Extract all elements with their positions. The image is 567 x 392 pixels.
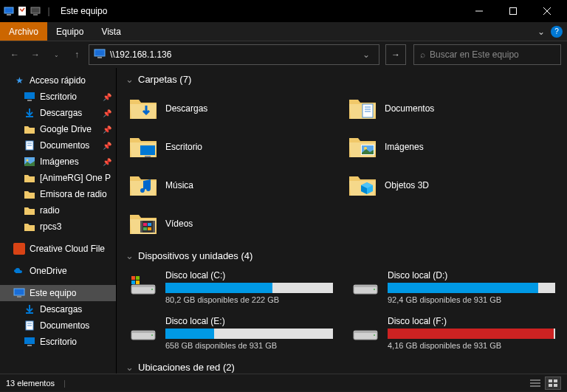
folder-item[interactable]: Escritorio [126,129,339,165]
svg-rect-6 [510,8,517,15]
sidebar-item[interactable]: Descargas 📌 [0,105,116,121]
address-bar[interactable]: ⌄ [89,44,379,65]
minimize-button[interactable] [462,0,496,22]
svg-rect-42 [143,227,147,230]
drive-status: 80,2 GB disponibles de 222 GB [165,295,333,304]
menu-vista[interactable]: Vista [92,22,129,41]
sidebar-item[interactable]: Descargas [0,301,116,317]
sidebar-item[interactable]: Escritorio [0,334,116,350]
folder-item[interactable]: Vídeos [126,206,339,241]
chevron-down-icon: ⌄ [126,74,134,85]
sidebar-this-pc[interactable]: Este equipo [0,285,116,301]
details-view-button[interactable] [527,376,543,390]
drive-usage-bar [388,329,555,339]
network-section-header[interactable]: ⌄ Ubicaciones de red (2) [126,362,558,373]
svg-rect-65 [549,384,552,387]
maximize-button[interactable] [496,0,530,22]
sidebar[interactable]: ★ Acceso rápido Escritorio 📌 Descargas 📌… [0,68,117,374]
sidebar-item[interactable]: Escritorio 📌 [0,89,116,105]
sidebar-item[interactable]: Imágenes 📌 [0,154,116,170]
folder-item[interactable]: Música [126,168,339,203]
sidebar-item[interactable]: Documentos [0,317,116,334]
sidebar-onedrive[interactable]: OneDrive [0,263,116,279]
svg-rect-27 [27,345,32,346]
svg-rect-47 [131,276,135,280]
folder-item[interactable]: Objetos 3D [345,168,558,203]
drive-icon [351,316,380,345]
downloads-folder-icon [128,94,158,123]
computer-icon [13,287,25,299]
folders-section-header[interactable]: ⌄ Carpetas (7) [126,74,558,85]
search-input[interactable] [430,49,554,60]
quick-access-toolbar: | [3,5,55,17]
sidebar-item[interactable]: rpcs3 [0,219,116,235]
svg-rect-64 [554,379,557,382]
svg-rect-43 [148,227,151,230]
address-dropdown-icon[interactable]: ⌄ [358,49,374,60]
svg-rect-21 [17,296,21,298]
help-icon[interactable]: ? [551,26,563,38]
svg-point-18 [27,159,29,162]
sidebar-item[interactable]: Documentos 📌 [0,137,116,154]
divider-icon: | [43,5,55,17]
svg-rect-11 [24,92,35,99]
drive-item[interactable]: Disco local (E:) 658 GB disponibles de 9… [126,313,336,353]
folder-item[interactable]: Imágenes [345,129,558,165]
svg-rect-45 [131,285,155,287]
sidebar-quick-access[interactable]: ★ Acceso rápido [0,72,116,89]
folder-icon [24,123,35,135]
sidebar-item[interactable]: [AnimeRG] One P [0,170,116,186]
drives-section-header[interactable]: ⌄ Dispositivos y unidades (4) [126,250,558,261]
close-button[interactable] [530,0,564,22]
properties-icon[interactable] [16,5,28,17]
drive-name: Disco local (F:) [388,316,555,326]
folder-icon [24,204,35,216]
pin-icon: 📌 [103,109,111,117]
drive-item[interactable]: Disco local (C:) 80,2 GB disponibles de … [126,267,336,307]
menu-equipo[interactable]: Equipo [47,22,92,41]
folder-item[interactable]: Descargas [126,91,339,126]
recent-dropdown[interactable]: ⌄ [47,46,65,63]
videos-folder-icon [128,209,158,238]
menubar: Archivo Equipo Vista ⌄ ? [0,22,567,41]
chevron-down-icon: ⌄ [126,250,134,261]
divider: | [63,379,66,388]
address-input[interactable] [110,49,354,60]
go-button[interactable]: → [385,44,406,65]
up-button[interactable]: ↑ [68,46,86,63]
folder-item[interactable]: Documentos [345,91,558,126]
sidebar-item[interactable]: radio [0,202,116,219]
search-bar[interactable]: ⌕ [413,44,561,65]
svg-rect-55 [131,331,155,333]
navbar: ← → ⌄ ↑ ⌄ → ⌕ [0,41,567,68]
pin-icon: 📌 [103,125,111,134]
music-folder-icon [128,171,158,200]
star-icon: ★ [13,75,25,86]
drive-name: Disco local (E:) [165,316,333,326]
menu-archivo[interactable]: Archivo [0,22,47,41]
svg-point-59 [374,334,375,336]
drive-item[interactable]: Disco local (F:) 4,16 GB disponibles de … [348,313,558,353]
drive-item[interactable]: Disco local (D:) 92,4 GB disponibles de … [348,267,558,307]
chevron-down-icon[interactable]: ⌄ [537,27,545,37]
drive-usage-bar [165,329,333,339]
forward-button[interactable]: → [27,46,44,63]
svg-rect-10 [97,57,102,58]
pin-icon: 📌 [103,158,111,166]
svg-rect-58 [354,331,377,333]
back-button[interactable]: ← [6,46,24,63]
svg-rect-39 [153,221,155,233]
main-panel[interactable]: ⌄ Carpetas (7) Descargas Documentos Escr… [117,68,567,374]
tiles-view-button[interactable] [545,376,561,390]
svg-rect-28 [362,104,373,117]
sidebar-item[interactable]: Google Drive 📌 [0,121,116,137]
computer-icon[interactable] [3,5,15,17]
svg-rect-32 [140,145,155,155]
downloads-icon [24,303,35,315]
sidebar-creative-cloud[interactable]: Creative Cloud File [0,241,116,257]
folder-icon [24,221,35,233]
pin-icon: 📌 [103,93,111,101]
computer-icon [94,49,106,61]
drive-usage-bar [165,283,333,293]
sidebar-item[interactable]: Emisora de radio [0,186,116,202]
